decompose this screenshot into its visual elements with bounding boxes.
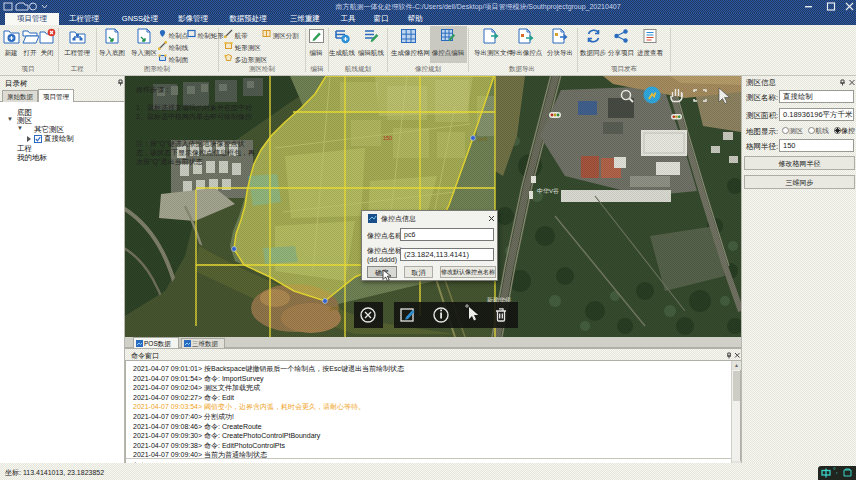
svg-text:中华V谷: 中华V谷 — [537, 188, 559, 195]
svg-text:150: 150 — [383, 135, 392, 141]
svg-text:pc5: pc5 — [478, 136, 488, 142]
svg-text:pc6: pc6 — [330, 305, 340, 311]
